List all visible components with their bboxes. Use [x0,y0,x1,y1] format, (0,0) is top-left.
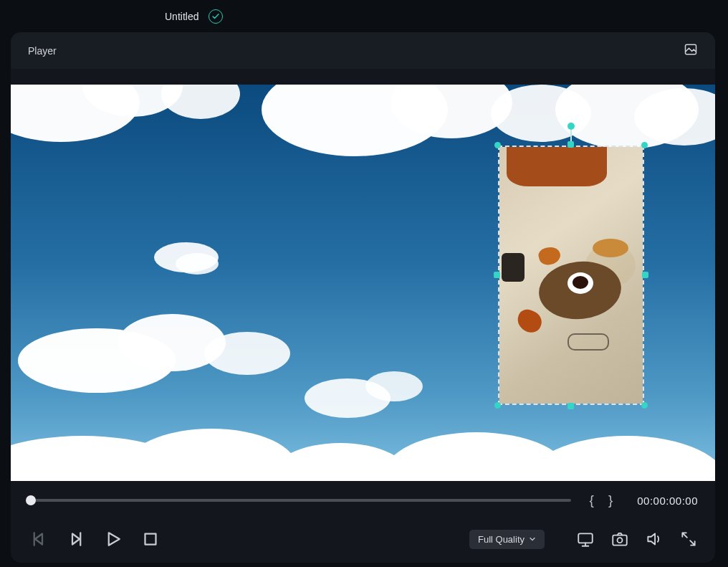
resize-handle-bottom-left[interactable] [494,402,501,409]
player-header-title: Player [28,45,57,57]
preview-canvas[interactable] [11,85,715,481]
player-header: Player [11,32,715,69]
resize-handle-mid-right[interactable] [642,272,648,278]
timeline-playhead[interactable] [26,495,36,505]
volume-button[interactable] [645,530,664,548]
resize-handle-top-left[interactable] [494,142,501,148]
next-frame-button[interactable] [65,528,87,550]
fullscreen-button[interactable] [679,530,698,548]
svg-point-4 [618,538,623,543]
stop-button[interactable] [140,528,161,550]
previous-frame-button[interactable] [28,528,49,550]
resize-handle-bottom-right[interactable] [641,402,648,409]
resize-handle-mid-top[interactable] [567,141,574,148]
background-layer-sky [11,85,715,481]
timecode-display: 00:00:00:00 [637,495,698,507]
resize-handle-mid-bottom[interactable] [567,403,574,409]
timeline-row: { } 00:00:00:00 [11,484,715,517]
mark-in-button[interactable]: { [583,492,601,508]
resize-handle-top-right[interactable] [641,142,648,148]
playback-quality-dropdown[interactable]: Full Quality [469,530,545,549]
play-button[interactable] [102,528,124,550]
timeline-track[interactable] [28,499,571,502]
image-icon[interactable] [684,42,698,59]
chevron-down-icon [529,535,536,543]
display-settings-button[interactable] [576,530,595,548]
svg-rect-3 [613,535,627,545]
resize-handle-mid-left[interactable] [494,272,500,278]
saved-check-icon [209,9,223,24]
mark-out-button[interactable]: } [601,492,620,508]
player-panel: Player [11,32,715,563]
project-title[interactable]: Untitled [165,11,198,22]
selection-bounding-box[interactable] [498,146,644,405]
controls-row: Full Quality [11,518,715,560]
rotation-handle[interactable] [567,123,575,130]
overlay-clip[interactable] [498,146,644,405]
svg-rect-2 [578,533,593,543]
svg-rect-1 [145,534,156,545]
titlebar: Untitled [0,0,728,32]
snapshot-button[interactable] [610,530,629,548]
playback-quality-label: Full Quality [478,534,525,545]
